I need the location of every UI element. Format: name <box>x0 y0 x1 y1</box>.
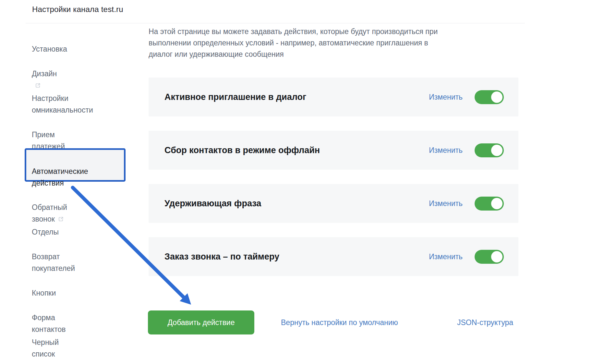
action-row: Заказ звонка – по таймеру Изменить <box>149 237 518 276</box>
action-row-label: Заказ звонка – по таймеру <box>164 252 429 262</box>
action-row-label: Сбор контактов в режиме оффлайн <box>164 145 429 155</box>
footer-actions: Добавить действие Вернуть настройки по у… <box>148 310 527 334</box>
toggle-knob <box>491 251 502 262</box>
page-title: Настройки канала test.ru <box>32 5 123 14</box>
reset-defaults-link[interactable]: Вернуть настройки по умолчанию <box>281 318 398 327</box>
sidebar-item-label: Возврат покупателей <box>32 252 75 273</box>
toggle-switch[interactable] <box>475 143 504 157</box>
sidebar-item-label: Отделы <box>32 228 59 236</box>
action-row-label: Активное приглашение в диалог <box>164 92 429 102</box>
json-structure-link[interactable]: JSON-структура <box>457 318 513 327</box>
toggle-knob <box>491 198 502 209</box>
edit-link[interactable]: Изменить <box>429 146 463 155</box>
sidebar-item-label: Настройки омниканальности <box>32 94 93 114</box>
sidebar-item-omnichannel-settings[interactable]: Настройки омниканальности <box>32 81 93 116</box>
sidebar-item-label: Автоматические действия <box>32 167 88 187</box>
edit-link[interactable]: Изменить <box>429 252 463 261</box>
sidebar-item-label: Регионы <box>32 363 61 364</box>
header-divider <box>26 23 525 23</box>
add-action-button[interactable]: Добавить действие <box>148 310 254 334</box>
action-row: Активное приглашение в диалог Изменить <box>149 78 518 116</box>
sidebar-item-automatic-actions[interactable]: Автоматические действия <box>25 148 126 182</box>
sidebar-item-regions[interactable]: Регионы <box>32 349 61 364</box>
toggle-knob <box>491 145 502 156</box>
sidebar-item-installation[interactable]: Установка <box>32 31 67 55</box>
toggle-switch[interactable] <box>475 250 504 264</box>
toggle-switch[interactable] <box>475 90 504 104</box>
page-description: На этой странице вы можете задавать дейс… <box>149 26 531 60</box>
sidebar-item-departments[interactable]: Отделы <box>32 214 59 238</box>
toggle-switch[interactable] <box>475 197 504 211</box>
action-rows: Активное приглашение в диалог Изменить С… <box>149 78 518 290</box>
sidebar-item-customer-refunds[interactable]: Возврат покупателей <box>32 239 75 274</box>
toggle-knob <box>491 91 502 103</box>
action-row: Удерживающая фраза Изменить <box>149 184 518 223</box>
action-row: Сбор контактов в режиме оффлайн Изменить <box>149 131 518 170</box>
sidebar-item-label: Дизайн <box>32 69 57 78</box>
sidebar-item-label: Установка <box>32 45 67 53</box>
sidebar-item-label: Кнопки <box>32 289 56 297</box>
sidebar-item-buttons[interactable]: Кнопки <box>32 275 56 299</box>
action-row-label: Удерживающая фраза <box>164 199 429 209</box>
edit-link[interactable]: Изменить <box>429 199 463 208</box>
channel-settings-page: Настройки канала test.ru Установка Дизай… <box>0 0 593 364</box>
edit-link[interactable]: Изменить <box>429 93 463 102</box>
